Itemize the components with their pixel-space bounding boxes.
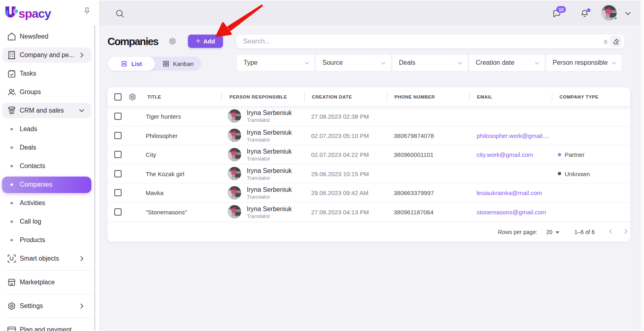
svg-text:spacy: spacy xyxy=(19,7,51,20)
